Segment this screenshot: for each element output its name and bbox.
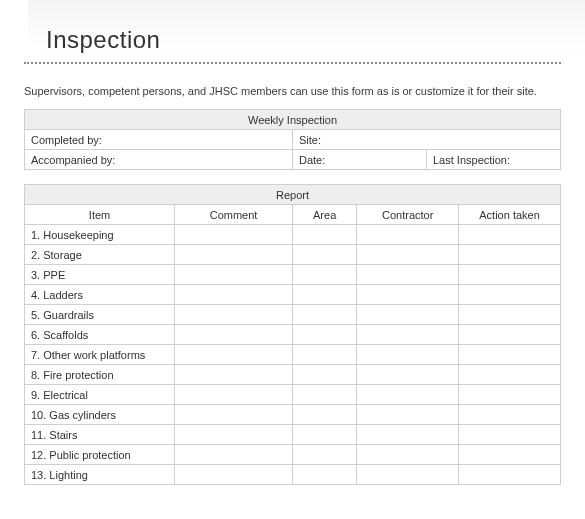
report-cell-item: 10. Gas cylinders <box>25 405 175 425</box>
report-cell-contractor <box>357 265 459 285</box>
report-row: 7. Other work platforms <box>25 345 561 365</box>
report-cell-area <box>292 465 356 485</box>
report-cell-area <box>292 265 356 285</box>
col-area: Area <box>292 205 356 225</box>
report-cell-item: 7. Other work platforms <box>25 345 175 365</box>
report-cell-item: 12. Public protection <box>25 445 175 465</box>
report-table: Report Item Comment Area Contractor Acti… <box>24 184 561 485</box>
report-cell-item: 11. Stairs <box>25 425 175 445</box>
report-cell-area <box>292 325 356 345</box>
report-cell-action <box>459 325 561 345</box>
report-cell-contractor <box>357 245 459 265</box>
title-block: Inspection <box>28 0 585 62</box>
last-inspection-label: Last Inspection: <box>427 150 561 170</box>
report-row: 13. Lighting <box>25 465 561 485</box>
intro-text: Supervisors, competent persons, and JHSC… <box>24 84 561 99</box>
report-cell-contractor <box>357 285 459 305</box>
report-row: 8. Fire protection <box>25 365 561 385</box>
report-cell-contractor <box>357 305 459 325</box>
report-cell-action <box>459 405 561 425</box>
col-action: Action taken <box>459 205 561 225</box>
report-cell-comment <box>175 365 293 385</box>
report-cell-area <box>292 285 356 305</box>
report-cell-comment <box>175 225 293 245</box>
report-cell-comment <box>175 245 293 265</box>
report-cell-contractor <box>357 465 459 485</box>
report-cell-contractor <box>357 225 459 245</box>
report-row: 2. Storage <box>25 245 561 265</box>
page-title: Inspection <box>46 26 585 54</box>
report-cell-item: 3. PPE <box>25 265 175 285</box>
dotted-divider <box>24 62 561 64</box>
report-cell-area <box>292 425 356 445</box>
report-row: 1. Housekeeping <box>25 225 561 245</box>
report-cell-comment <box>175 325 293 345</box>
report-cell-item: 1. Housekeeping <box>25 225 175 245</box>
report-cell-area <box>292 305 356 325</box>
report-cell-area <box>292 405 356 425</box>
col-comment: Comment <box>175 205 293 225</box>
report-cell-comment <box>175 345 293 365</box>
site-label: Site: <box>293 130 561 150</box>
report-row: 5. Guardrails <box>25 305 561 325</box>
report-cell-contractor <box>357 445 459 465</box>
report-cell-item: 9. Electrical <box>25 385 175 405</box>
report-cell-action <box>459 445 561 465</box>
report-row: 4. Ladders <box>25 285 561 305</box>
report-cell-action <box>459 245 561 265</box>
report-cell-contractor <box>357 425 459 445</box>
report-cell-item: 13. Lighting <box>25 465 175 485</box>
report-cell-action <box>459 365 561 385</box>
report-cell-area <box>292 365 356 385</box>
report-cell-action <box>459 345 561 365</box>
report-cell-area <box>292 245 356 265</box>
report-cell-action <box>459 225 561 245</box>
report-cell-comment <box>175 305 293 325</box>
report-cell-contractor <box>357 325 459 345</box>
report-cell-area <box>292 385 356 405</box>
report-cell-action <box>459 425 561 445</box>
report-cell-item: 8. Fire protection <box>25 365 175 385</box>
report-cell-action <box>459 305 561 325</box>
report-cell-action <box>459 385 561 405</box>
report-cell-area <box>292 445 356 465</box>
report-row: 9. Electrical <box>25 385 561 405</box>
report-cell-item: 4. Ladders <box>25 285 175 305</box>
accompanied-by-label: Accompanied by: <box>25 150 293 170</box>
report-cell-contractor <box>357 405 459 425</box>
date-label: Date: <box>293 150 427 170</box>
report-cell-contractor <box>357 345 459 365</box>
report-row: 6. Scaffolds <box>25 325 561 345</box>
report-row: 10. Gas cylinders <box>25 405 561 425</box>
page: Inspection Supervisors, competent person… <box>0 0 585 509</box>
report-row: 3. PPE <box>25 265 561 285</box>
col-contractor: Contractor <box>357 205 459 225</box>
report-cell-area <box>292 225 356 245</box>
report-cell-action <box>459 465 561 485</box>
weekly-header: Weekly Inspection <box>25 110 561 130</box>
report-cell-comment <box>175 265 293 285</box>
report-row: 11. Stairs <box>25 425 561 445</box>
report-cell-area <box>292 345 356 365</box>
report-cell-comment <box>175 425 293 445</box>
report-cell-comment <box>175 385 293 405</box>
completed-by-label: Completed by: <box>25 130 293 150</box>
report-cell-contractor <box>357 385 459 405</box>
report-cell-comment <box>175 285 293 305</box>
report-cell-comment <box>175 465 293 485</box>
report-cell-action <box>459 285 561 305</box>
report-header: Report <box>25 185 561 205</box>
report-cell-action <box>459 265 561 285</box>
weekly-inspection-table: Weekly Inspection Completed by: Site: Ac… <box>24 109 561 170</box>
report-cell-comment <box>175 405 293 425</box>
col-item: Item <box>25 205 175 225</box>
report-cell-contractor <box>357 365 459 385</box>
report-cell-comment <box>175 445 293 465</box>
report-cell-item: 2. Storage <box>25 245 175 265</box>
report-row: 12. Public protection <box>25 445 561 465</box>
report-cell-item: 6. Scaffolds <box>25 325 175 345</box>
report-cell-item: 5. Guardrails <box>25 305 175 325</box>
